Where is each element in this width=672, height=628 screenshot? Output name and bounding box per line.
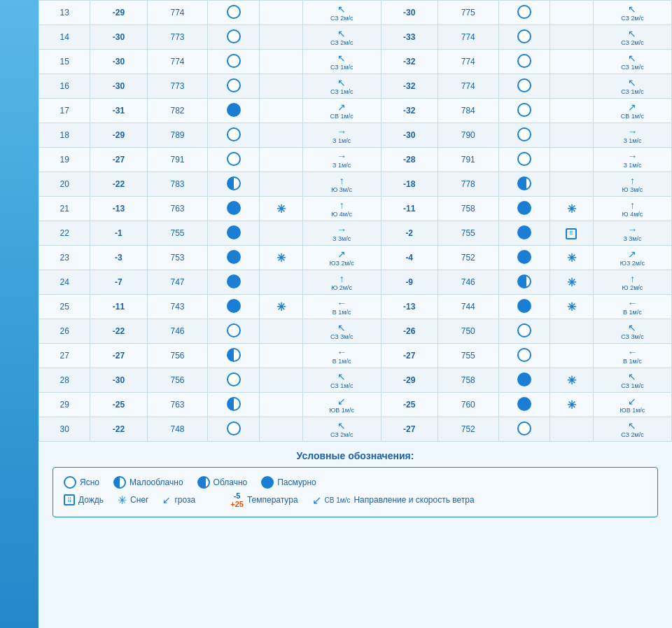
temp2: -2 <box>381 221 438 246</box>
wind1: ↖ СЗ 1м/с <box>302 368 381 393</box>
temp2: -13 <box>381 295 438 319</box>
row-number: 16 <box>39 74 90 99</box>
table-row: 26 -22 746 ↖ СЗ 3м/с -26 750 ↖ СЗ 3м/с <box>39 319 672 344</box>
pressure2: 791 <box>438 148 498 172</box>
wind2: → З 3м/с <box>593 221 671 246</box>
wind1: → З 1м/с <box>302 123 381 148</box>
pressure1: 773 <box>147 25 208 50</box>
legend-label: Малооблачно <box>130 477 183 487</box>
pressure2: 758 <box>438 197 498 221</box>
pressure2: 760 <box>438 393 498 417</box>
temp2: -28 <box>381 148 438 172</box>
precip1 <box>259 221 302 246</box>
legend-item: ⠿Дождь <box>64 494 104 505</box>
temp2: -30 <box>381 123 438 148</box>
legend-label: Дождь <box>78 495 104 505</box>
pressure1: 756 <box>147 368 208 393</box>
legend-item: Малооблачно <box>113 476 183 489</box>
precip2 <box>550 99 594 123</box>
temp2: -27 <box>381 417 438 442</box>
legend-row-2: ⠿Дождь✳Снег↙гроза -5 +25 Температура ↙ С… <box>64 491 647 508</box>
temp1: -31 <box>90 99 147 123</box>
precip1: ✳ <box>259 197 302 221</box>
cloud1 <box>208 295 259 319</box>
row-number: 26 <box>39 319 90 344</box>
temp1: -3 <box>90 246 147 270</box>
precip1 <box>259 99 302 123</box>
temp2: -32 <box>381 50 438 74</box>
cloud1 <box>208 393 259 417</box>
wind-arrow-example: ↙ <box>312 494 321 507</box>
cloud2 <box>498 295 550 319</box>
cloud1 <box>208 246 259 270</box>
temp1: -25 <box>90 393 147 417</box>
temp1: -29 <box>90 123 147 148</box>
legend-area: Условные обозначения: ЯсноМалооблачноОбл… <box>38 442 672 526</box>
cloud2 <box>498 172 550 197</box>
wind1: → З 1м/с <box>302 148 381 172</box>
wind-label: Направление и скорость ветра <box>354 495 474 505</box>
precip1 <box>259 319 302 344</box>
cloud1 <box>208 344 259 368</box>
table-row: 15 -30 774 ↖ СЗ 1м/с -32 774 ↖ СЗ 1м/с <box>39 50 672 74</box>
wind2: ↙ ЮВ 1м/с <box>593 393 671 417</box>
wind-example: ↙ СВ 1м/с Направление и скорость ветра <box>312 494 475 507</box>
precip2: ✳ <box>550 197 594 221</box>
pressure2: 784 <box>438 99 498 123</box>
temp1: -30 <box>90 74 147 99</box>
wind2: ↖ СЗ 1м/с <box>593 74 671 99</box>
pressure2: 750 <box>438 319 498 344</box>
wind1: ↑ Ю 3м/с <box>302 172 381 197</box>
wind2: ↖ СЗ 2м/с <box>593 1 671 25</box>
pressure1: 774 <box>147 1 208 25</box>
precip2 <box>550 50 594 74</box>
pressure1: 782 <box>147 99 208 123</box>
pressure2: 758 <box>438 368 498 393</box>
row-number: 14 <box>39 25 90 50</box>
precip1 <box>259 344 302 368</box>
legend-label: Облачно <box>214 477 248 487</box>
cloud1 <box>208 221 259 246</box>
precip2 <box>550 172 594 197</box>
wind1: ↑ Ю 2м/с <box>302 270 381 295</box>
precip1 <box>259 148 302 172</box>
temp1: -30 <box>90 50 147 74</box>
pressure2: 746 <box>438 270 498 295</box>
cloud2 <box>498 319 550 344</box>
temp2: -33 <box>381 25 438 50</box>
precip1 <box>259 270 302 295</box>
precip2 <box>550 319 594 344</box>
pressure2: 755 <box>438 344 498 368</box>
wind2: ↑ Ю 3м/с <box>593 172 671 197</box>
temp1: -30 <box>90 368 147 393</box>
pressure1: 789 <box>147 123 208 148</box>
row-number: 20 <box>39 172 90 197</box>
temp2: -30 <box>381 1 438 25</box>
wind1: ↖ СЗ 3м/с <box>302 319 381 344</box>
legend-item: Облачно <box>197 476 248 489</box>
wind1: ↖ СЗ 1м/с <box>302 74 381 99</box>
wind1: ↖ СЗ 2м/с <box>302 1 381 25</box>
table-row: 17 -31 782 ↗ СВ 1м/с -32 784 ↗ СВ 1м/с <box>39 99 672 123</box>
temp2: -29 <box>381 368 438 393</box>
wind2: ↖ СЗ 2м/с <box>593 25 671 50</box>
wind1: ↙ ЮВ 1м/с <box>302 393 381 417</box>
table-row: 23 -3 753 ✳ ↗ ЮЗ 2м/с -4 752 ✳ ↗ ЮЗ 2м/с <box>39 246 672 270</box>
precip2: ⠿ <box>550 221 594 246</box>
precip2 <box>550 1 594 25</box>
table-row: 30 -22 748 ↖ СЗ 2м/с -27 752 ↖ СЗ 2м/с <box>39 417 672 442</box>
pressure1: 774 <box>147 50 208 74</box>
table-row: 13 -29 774 ↖ СЗ 2м/с -30 775 ↖ СЗ 2м/с <box>39 1 672 25</box>
cloud1 <box>208 368 259 393</box>
temp2: -18 <box>381 172 438 197</box>
legend-label: Пасмурно <box>277 477 316 487</box>
precip1 <box>259 1 302 25</box>
table-row: 24 -7 747 ↑ Ю 2м/с -9 746 ✳ ↑ Ю 2м/с <box>39 270 672 295</box>
precip1 <box>259 25 302 50</box>
cloud2 <box>498 99 550 123</box>
pressure1: 756 <box>147 344 208 368</box>
wind2: → З 1м/с <box>593 123 671 148</box>
pressure2: 752 <box>438 246 498 270</box>
temp2: -32 <box>381 99 438 123</box>
pressure2: 774 <box>438 50 498 74</box>
